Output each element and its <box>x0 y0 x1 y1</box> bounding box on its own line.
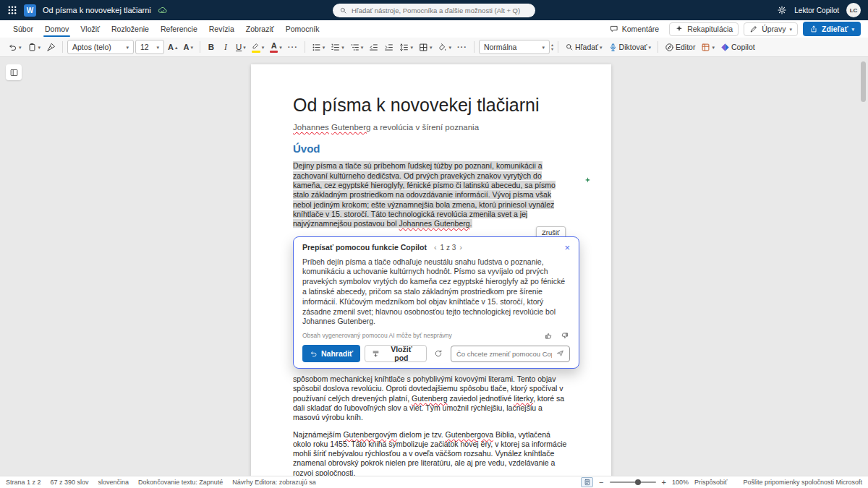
undo-button[interactable] <box>6 40 24 54</box>
page-view-button[interactable] <box>581 477 593 487</box>
bold-button[interactable]: B <box>205 40 218 54</box>
shading-button[interactable] <box>435 40 454 54</box>
next-suggestion-button[interactable] <box>459 244 462 252</box>
font-name-combo[interactable]: Aptos (telo) <box>67 40 134 54</box>
comments-label: Komentáre <box>622 25 659 33</box>
settings-button[interactable] <box>777 5 787 15</box>
fit-to-page-button[interactable]: Prispôsobiť <box>694 479 727 486</box>
doc-subtitle[interactable]: Johannes Gutenberg a revolúcia v šírení … <box>293 122 569 133</box>
search-input[interactable] <box>352 7 529 14</box>
copilot-margin-icon[interactable] <box>584 174 592 187</box>
insert-below-button[interactable]: Vložiť pod <box>365 345 427 362</box>
doc-heading-uvod[interactable]: Úvod <box>293 142 569 156</box>
send-prompt-button[interactable] <box>556 348 564 359</box>
editor-canvas: Od písma k novovekej tlačiarni Johannes … <box>0 57 868 476</box>
tab-zobrazit[interactable]: Zobraziť <box>240 20 280 38</box>
catch-up-button[interactable]: Rekapitulácia <box>669 22 739 36</box>
grow-font-button[interactable]: A <box>166 40 179 54</box>
highlight-color-button[interactable] <box>250 40 267 54</box>
saved-status-icon[interactable] <box>158 6 167 15</box>
outdent-icon <box>369 43 378 52</box>
shrink-font-button[interactable]: A <box>182 40 195 54</box>
copilot-button[interactable]: Copilot <box>718 40 757 54</box>
status-page-count[interactable]: Strana 1 z 2 <box>6 479 41 486</box>
feedback-link[interactable]: Pošlite pripomienky spoločnosti Microsof… <box>743 479 862 486</box>
zoom-level[interactable]: 100% <box>672 479 689 486</box>
zoom-slider[interactable] <box>610 481 656 483</box>
vertical-scrollbar[interactable] <box>861 61 866 102</box>
underline-button[interactable]: U <box>234 40 248 54</box>
replace-button[interactable]: Nahradiť <box>302 345 360 362</box>
word-logo[interactable]: W <box>24 4 36 17</box>
decrease-indent-button[interactable] <box>367 40 380 54</box>
share-button[interactable]: Zdieľať <box>803 22 861 36</box>
document-title[interactable]: Od písma k novovekej tlačiarni <box>43 6 151 14</box>
more-paragraph-options-button[interactable] <box>455 40 469 54</box>
zoom-slider-knob[interactable] <box>635 479 641 485</box>
app-launcher-icon <box>7 5 17 15</box>
paragraph[interactable]: Najznámejším Gutenbergovým dielom je tzv… <box>293 430 569 476</box>
more-font-options-button[interactable] <box>286 40 300 54</box>
tab-vlozit[interactable]: Vložiť <box>75 20 106 38</box>
status-language[interactable]: slovenčina <box>98 479 129 486</box>
status-editor-suggestions[interactable]: Návrhy Editora: zobrazujú sa <box>232 479 316 486</box>
previous-suggestion-button[interactable] <box>434 244 437 252</box>
paragraph-selected[interactable]: Dejiny písma a tlače sú príbehom ľudskej… <box>293 161 569 228</box>
document-page[interactable]: Od písma k novovekej tlačiarni Johannes … <box>251 64 611 476</box>
paragraph[interactable]: spôsobom mechanickej kníhtlače s pohybli… <box>293 374 569 422</box>
copilot-prompt-input[interactable] <box>456 350 552 358</box>
tab-referencie[interactable]: Referencie <box>155 20 203 38</box>
paint-bucket-icon <box>438 43 447 52</box>
find-button[interactable]: Hľadať <box>563 40 605 54</box>
comments-button[interactable]: Komentáre <box>605 22 664 36</box>
status-word-count[interactable]: 67 z 390 slov <box>51 479 89 486</box>
search-bar[interactable] <box>333 4 535 17</box>
chevron-down-icon <box>789 27 792 32</box>
ellipsis-icon <box>288 43 298 51</box>
font-color-button[interactable]: A <box>268 40 284 54</box>
increase-indent-button[interactable] <box>382 40 396 54</box>
regenerate-button[interactable] <box>431 345 446 362</box>
format-painter-button[interactable] <box>44 40 58 54</box>
styles-combo[interactable]: Normálna <box>479 40 550 54</box>
line-spacing-button[interactable] <box>397 40 415 54</box>
font-size-combo[interactable]: 12 <box>135 40 164 54</box>
numbered-list-button[interactable] <box>328 40 346 54</box>
tab-domov[interactable]: Domov <box>39 20 75 38</box>
status-text-completion[interactable]: Dokončovanie textu: Zapnuté <box>138 479 223 486</box>
tab-subor[interactable]: Súbor <box>7 20 39 38</box>
avatar[interactable]: LC <box>846 3 861 17</box>
add-ins-button[interactable] <box>699 40 717 54</box>
numbered-list-icon <box>331 43 340 52</box>
editor-button[interactable]: Editor <box>663 40 697 54</box>
editing-mode-button[interactable]: Úpravy <box>744 22 798 36</box>
doc-title-heading[interactable]: Od písma k novovekej tlačiarni <box>293 95 569 116</box>
copilot-prompt-box[interactable] <box>451 346 570 362</box>
account-name[interactable]: Lektor Copilot <box>794 7 839 14</box>
divider <box>474 41 475 53</box>
chevron-down-icon <box>542 45 545 50</box>
find-label: Hľadať <box>575 43 598 51</box>
italic-button[interactable]: I <box>219 40 232 54</box>
thumbs-up-button[interactable] <box>542 330 554 341</box>
borders-button[interactable] <box>417 40 435 54</box>
paste-button[interactable] <box>25 40 43 54</box>
tab-pomocnik[interactable]: Pomocník <box>280 20 326 38</box>
bullet-list-button[interactable] <box>310 40 328 54</box>
multilevel-list-button[interactable] <box>348 40 366 54</box>
chevron-down-icon <box>448 45 451 50</box>
refresh-icon <box>434 349 443 358</box>
pagination-label: 1 z 3 <box>441 244 456 252</box>
zoom-in-button[interactable] <box>662 479 666 487</box>
close-icon[interactable] <box>564 243 570 252</box>
navigation-pane-toggle[interactable] <box>6 64 22 80</box>
replace-arrow-icon <box>310 350 318 358</box>
tab-rozlozenie[interactable]: Rozloženie <box>106 20 155 38</box>
font-color-swatch <box>270 51 278 53</box>
tab-revizia[interactable]: Revízia <box>203 20 240 38</box>
thumbs-down-button[interactable] <box>558 330 570 341</box>
zoom-out-button[interactable] <box>599 479 603 487</box>
dictate-button[interactable]: Diktovať <box>606 40 653 54</box>
styles-gallery-scroll[interactable] <box>551 43 553 51</box>
app-launcher-button[interactable] <box>7 5 17 15</box>
